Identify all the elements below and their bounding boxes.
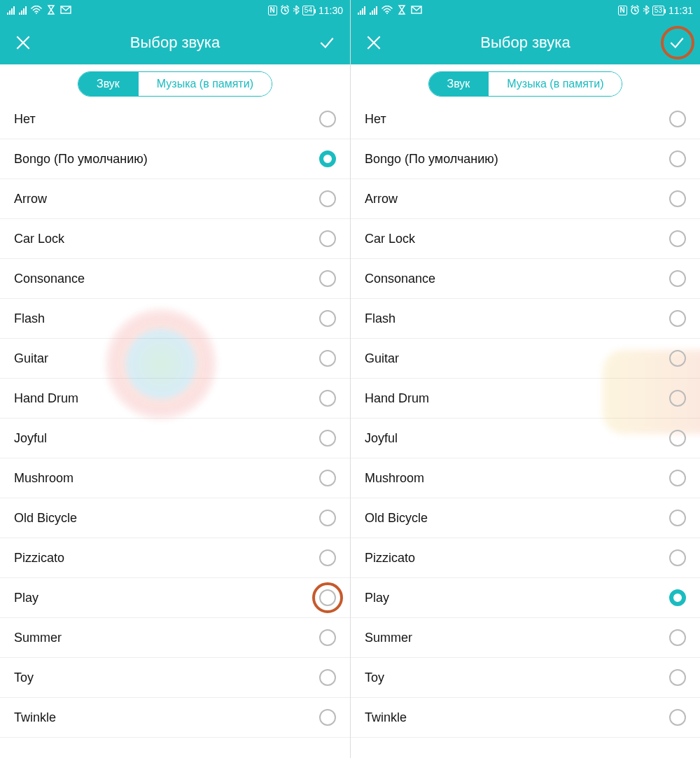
- radio-button[interactable]: [669, 111, 686, 127]
- status-left: [7, 5, 71, 17]
- radio-button[interactable]: [319, 310, 336, 327]
- confirm-button[interactable]: [666, 32, 687, 53]
- sound-label: Joyful: [365, 431, 398, 446]
- radio-button[interactable]: [319, 510, 336, 526]
- list-item[interactable]: Hand Drum: [0, 379, 350, 419]
- radio-button[interactable]: [319, 350, 336, 367]
- list-item[interactable]: Play: [351, 578, 700, 618]
- list-item[interactable]: Twinkle: [0, 698, 350, 738]
- list-item[interactable]: Old Bicycle: [0, 498, 350, 538]
- bluetooth-icon: [293, 5, 300, 17]
- radio-button[interactable]: [669, 629, 686, 646]
- sound-label: Old Bicycle: [365, 511, 428, 526]
- radio-button[interactable]: [669, 190, 686, 207]
- radio-button[interactable]: [319, 190, 336, 207]
- radio-button[interactable]: [319, 709, 336, 726]
- list-item[interactable]: Flash: [351, 299, 700, 339]
- radio-button[interactable]: [319, 430, 336, 447]
- list-item[interactable]: Pizzicato: [0, 538, 350, 578]
- battery-indicator: 53: [652, 6, 664, 15]
- signal-icon: [358, 6, 365, 15]
- close-button[interactable]: [363, 32, 384, 53]
- close-button[interactable]: [13, 32, 34, 53]
- list-item[interactable]: Pizzicato: [351, 538, 700, 578]
- radio-button[interactable]: [669, 310, 686, 327]
- header: Выбор звука: [0, 21, 350, 64]
- list-item[interactable]: Consonance: [0, 259, 350, 299]
- sound-label: Consonance: [365, 272, 435, 286]
- radio-button[interactable]: [319, 549, 336, 566]
- list-item[interactable]: Guitar: [0, 339, 350, 379]
- tab-bar: Звук Музыка (в памяти): [0, 64, 350, 99]
- list-item[interactable]: Guitar: [351, 339, 700, 379]
- sound-label: Mushroom: [365, 471, 424, 486]
- list-item[interactable]: Car Lock: [0, 219, 350, 259]
- bluetooth-icon: [643, 5, 650, 17]
- list-item[interactable]: Play: [0, 578, 350, 618]
- radio-button[interactable]: [669, 589, 686, 606]
- svg-point-0: [36, 13, 37, 14]
- sound-label: Twinkle: [365, 710, 407, 725]
- radio-button[interactable]: [669, 549, 686, 566]
- radio-button[interactable]: [319, 589, 336, 606]
- confirm-button[interactable]: [316, 32, 337, 53]
- list-item[interactable]: Consonance: [351, 259, 700, 299]
- sound-label: Summer: [365, 631, 412, 645]
- list-item[interactable]: Toy: [0, 658, 350, 698]
- radio-button[interactable]: [319, 669, 336, 686]
- radio-button[interactable]: [669, 709, 686, 726]
- radio-button[interactable]: [319, 390, 336, 407]
- radio-button[interactable]: [669, 270, 686, 287]
- radio-button[interactable]: [669, 390, 686, 407]
- list-item[interactable]: Bongo (По умолчанию): [351, 139, 700, 179]
- radio-button[interactable]: [669, 430, 686, 447]
- radio-button[interactable]: [319, 230, 336, 247]
- list-item[interactable]: Mushroom: [351, 458, 700, 498]
- tab-music[interactable]: Музыка (в памяти): [138, 72, 272, 96]
- list-item[interactable]: Old Bicycle: [351, 498, 700, 538]
- list-item[interactable]: Joyful: [0, 419, 350, 458]
- status-right: N 53 11:31: [618, 5, 693, 17]
- status-left: [358, 5, 422, 17]
- list-item[interactable]: Arrow: [351, 179, 700, 219]
- header: Выбор звука: [351, 21, 700, 64]
- nfc-icon: N: [618, 6, 627, 15]
- list-item[interactable]: Bongo (По умолчанию): [0, 139, 350, 179]
- radio-button[interactable]: [669, 470, 686, 486]
- radio-button[interactable]: [319, 629, 336, 646]
- sound-label: Twinkle: [14, 710, 56, 725]
- list-item[interactable]: Summer: [0, 618, 350, 658]
- sound-label: Arrow: [365, 192, 398, 206]
- radio-button[interactable]: [319, 270, 336, 287]
- list-item[interactable]: Joyful: [351, 419, 700, 458]
- radio-button[interactable]: [669, 669, 686, 686]
- radio-button[interactable]: [669, 230, 686, 247]
- signal-icon-2: [19, 6, 27, 15]
- list-item[interactable]: Hand Drum: [351, 379, 700, 419]
- status-bar: N 54 11:30: [0, 0, 350, 21]
- radio-button[interactable]: [669, 350, 686, 367]
- tab-music[interactable]: Музыка (в памяти): [488, 72, 622, 96]
- list-item[interactable]: Arrow: [0, 179, 350, 219]
- clock: 11:31: [668, 5, 693, 16]
- radio-button[interactable]: [319, 150, 336, 167]
- wifi-icon: [382, 6, 393, 16]
- clock: 11:30: [318, 5, 343, 16]
- list-item[interactable]: Нет: [351, 99, 700, 139]
- list-item[interactable]: Нет: [0, 99, 350, 139]
- list-item[interactable]: Mushroom: [0, 458, 350, 498]
- radio-button[interactable]: [669, 510, 686, 526]
- tab-sound[interactable]: Звук: [78, 72, 138, 96]
- radio-button[interactable]: [319, 470, 336, 486]
- tab-sound[interactable]: Звук: [429, 72, 489, 96]
- list-item[interactable]: Car Lock: [351, 219, 700, 259]
- status-bar: N 53 11:31: [351, 0, 700, 21]
- canvas: N 54 11:30 Выбор звука Звук: [0, 0, 700, 758]
- list-item[interactable]: Summer: [351, 618, 700, 658]
- radio-button[interactable]: [669, 150, 686, 167]
- radio-button[interactable]: [319, 111, 336, 127]
- list-item[interactable]: Toy: [351, 658, 700, 698]
- sound-label: Hand Drum: [365, 391, 429, 406]
- list-item[interactable]: Flash: [0, 299, 350, 339]
- list-item[interactable]: Twinkle: [351, 698, 700, 738]
